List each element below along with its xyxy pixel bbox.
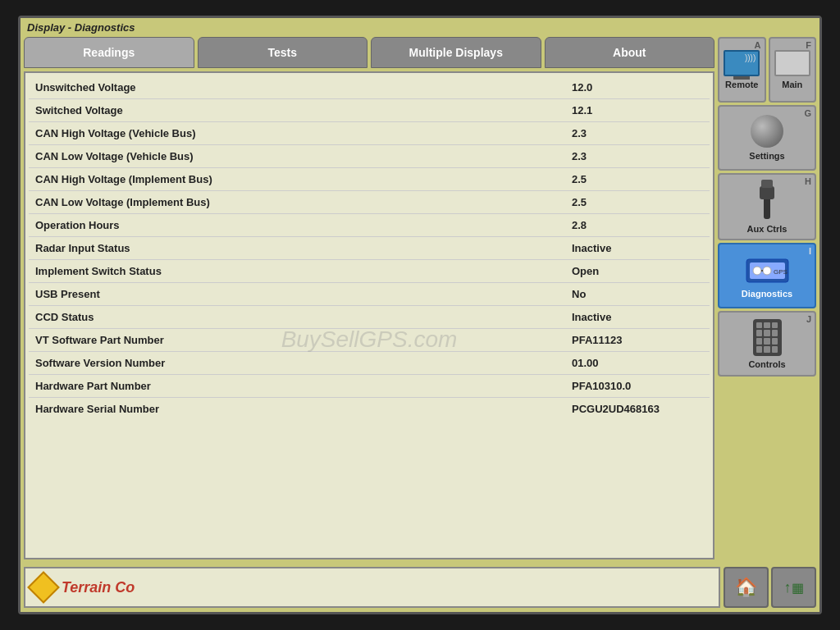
terrain-status-bar: Terrain Co	[24, 567, 720, 608]
table-row: CAN High Voltage (Vehicle Bus) 2.3	[29, 122, 710, 145]
nav-up-button[interactable]: ↑ ▦	[771, 567, 816, 608]
controls-icon	[753, 319, 782, 356]
table-row: VT Software Part Number PFA11123	[29, 329, 710, 352]
screen-title: Display - Diagnostics	[27, 21, 135, 34]
tab-readings[interactable]: Readings	[24, 37, 194, 68]
tab-multiple-displays[interactable]: Multiple Displays	[371, 37, 541, 68]
sidebar-item-remote[interactable]: A )))) Remote	[718, 37, 766, 103]
sidebar-item-aux-ctrls[interactable]: H Aux Ctrls	[718, 173, 816, 240]
table-row: Hardware Part Number PFA10310.0	[29, 375, 710, 398]
table-row: Implement Switch Status Open	[29, 260, 710, 283]
table-row: Radar Input Status Inactive	[29, 237, 710, 260]
right-sidebar: A )))) Remote F Main G	[718, 37, 816, 559]
table-row: CAN Low Voltage (Implement Bus) 2.5	[29, 191, 710, 214]
bottom-nav: 🏠 ↑ ▦	[724, 567, 816, 608]
nav-grid-icon: ▦	[792, 580, 804, 596]
remote-icon: ))))	[724, 50, 760, 76]
svg-rect-1	[760, 186, 774, 199]
sidebar-item-diagnostics[interactable]: I GPS Diagnostics	[718, 243, 816, 308]
top-buttons-row: A )))) Remote F Main	[718, 37, 816, 103]
sidebar-item-settings[interactable]: G Settings	[718, 105, 816, 171]
settings-icon	[751, 115, 783, 148]
terrain-text: Terrain Co	[62, 579, 135, 596]
table-row: Switched Voltage 12.1	[29, 99, 710, 122]
joystick-icon	[755, 180, 779, 221]
table-row: CAN High Voltage (Implement Bus) 2.5	[29, 168, 710, 191]
table-row: Hardware Serial Number PCGU2UD468163	[29, 398, 710, 420]
table-row: Operation Hours 2.8	[29, 214, 710, 237]
tab-about[interactable]: About	[545, 37, 715, 68]
table-row: CAN Low Voltage (Vehicle Bus) 2.3	[29, 145, 710, 168]
tab-tests[interactable]: Tests	[198, 37, 368, 68]
data-panel: BuySellGPS.com Unswitched Voltage 12.0 S…	[24, 71, 714, 559]
main-screen: Display - Diagnostics Readings Tests Mul…	[18, 16, 822, 614]
svg-point-5	[753, 267, 761, 275]
svg-rect-0	[764, 196, 770, 219]
svg-text:GPS: GPS	[774, 268, 788, 276]
main-icon	[774, 50, 810, 76]
table-row: USB Present No	[29, 283, 710, 306]
diagnostics-icon: GPS	[745, 253, 790, 285]
home-icon: 🏠	[735, 577, 757, 598]
svg-point-6	[763, 267, 771, 275]
sidebar-item-main[interactable]: F Main	[769, 37, 817, 103]
table-row: Software Version Number 01.00	[29, 352, 710, 375]
svg-rect-2	[761, 180, 773, 188]
tabs-row: Readings Tests Multiple Displays About	[24, 37, 714, 68]
bottom-bar: Terrain Co 🏠 ↑ ▦	[21, 563, 819, 612]
left-panel: Readings Tests Multiple Displays About B…	[24, 37, 714, 559]
warning-icon	[27, 571, 60, 604]
table-row: CCD Status Inactive	[29, 306, 710, 329]
title-bar: Display - Diagnostics	[21, 18, 819, 37]
sidebar-item-controls[interactable]: J Controls	[718, 311, 816, 377]
home-button[interactable]: 🏠	[724, 567, 769, 608]
nav-up-icon: ↑	[784, 579, 792, 596]
table-row: Unswitched Voltage 12.0	[29, 76, 710, 99]
